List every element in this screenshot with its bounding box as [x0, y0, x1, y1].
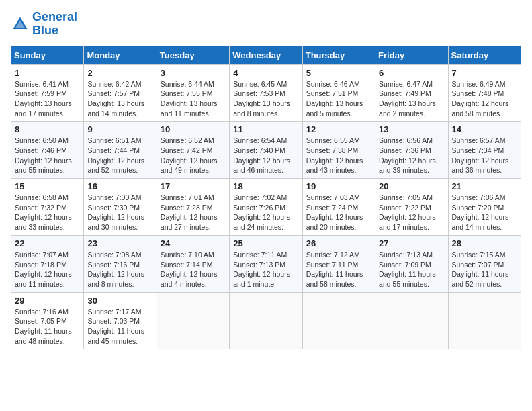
day-number: 14: [452, 124, 517, 134]
calendar-cell: 9 Sunrise: 6:51 AM Sunset: 7:44 PM Dayli…: [84, 122, 157, 179]
day-info: Sunrise: 6:54 AM Sunset: 7:40 PM Dayligh…: [233, 136, 298, 175]
calendar-cell: 6 Sunrise: 6:47 AM Sunset: 7:49 PM Dayli…: [375, 64, 448, 122]
logo: General Blue: [11, 11, 77, 38]
day-info: Sunrise: 6:45 AM Sunset: 7:53 PM Dayligh…: [233, 79, 298, 119]
day-info: Sunrise: 7:00 AM Sunset: 7:30 PM Dayligh…: [87, 193, 152, 232]
calendar-cell: 24 Sunrise: 7:10 AM Sunset: 7:14 PM Dayl…: [157, 235, 229, 292]
day-info: Sunrise: 7:13 AM Sunset: 7:09 PM Dayligh…: [379, 250, 444, 289]
day-number: 11: [233, 124, 298, 134]
weekday-header-thursday: Thursday: [302, 46, 375, 64]
day-info: Sunrise: 7:08 AM Sunset: 7:16 PM Dayligh…: [87, 250, 152, 289]
logo-icon: [11, 15, 30, 34]
calendar-cell: 18 Sunrise: 7:02 AM Sunset: 7:26 PM Dayl…: [230, 179, 302, 236]
calendar-cell: 7 Sunrise: 6:49 AM Sunset: 7:48 PM Dayli…: [448, 64, 521, 122]
day-number: 29: [15, 295, 80, 306]
day-info: Sunrise: 7:05 AM Sunset: 7:22 PM Dayligh…: [379, 193, 444, 232]
day-number: 27: [379, 238, 444, 248]
calendar-cell: 16 Sunrise: 7:00 AM Sunset: 7:30 PM Dayl…: [84, 179, 157, 236]
day-info: Sunrise: 7:12 AM Sunset: 7:11 PM Dayligh…: [306, 250, 371, 289]
weekday-header-saturday: Saturday: [448, 46, 521, 64]
day-number: 18: [233, 181, 298, 191]
calendar-cell: 20 Sunrise: 7:05 AM Sunset: 7:22 PM Dayl…: [375, 179, 448, 236]
day-number: 7: [452, 68, 517, 78]
calendar-header-row: SundayMondayTuesdayWednesdayThursdayFrid…: [11, 46, 521, 64]
calendar-cell: [448, 292, 521, 349]
day-info: Sunrise: 6:52 AM Sunset: 7:42 PM Dayligh…: [161, 136, 226, 175]
weekday-header-sunday: Sunday: [11, 46, 84, 64]
day-number: 13: [379, 124, 444, 134]
day-number: 12: [306, 124, 371, 134]
calendar-cell: 25 Sunrise: 7:11 AM Sunset: 7:13 PM Dayl…: [230, 235, 302, 292]
day-info: Sunrise: 7:11 AM Sunset: 7:13 PM Dayligh…: [233, 250, 298, 289]
day-number: 6: [379, 68, 444, 78]
weekday-header-tuesday: Tuesday: [157, 46, 229, 64]
calendar-cell: 23 Sunrise: 7:08 AM Sunset: 7:16 PM Dayl…: [84, 235, 157, 292]
day-number: 2: [87, 68, 152, 78]
day-number: 9: [87, 124, 152, 134]
day-number: 21: [452, 181, 517, 191]
day-info: Sunrise: 6:41 AM Sunset: 7:59 PM Dayligh…: [15, 79, 80, 119]
calendar-cell: 30 Sunrise: 7:17 AM Sunset: 7:03 PM Dayl…: [84, 292, 157, 349]
day-number: 15: [15, 181, 80, 191]
calendar-cell: 8 Sunrise: 6:50 AM Sunset: 7:46 PM Dayli…: [11, 122, 84, 179]
calendar-cell: 21 Sunrise: 7:06 AM Sunset: 7:20 PM Dayl…: [448, 179, 521, 236]
day-number: 26: [306, 238, 371, 248]
calendar-cell: [230, 292, 302, 349]
page-header: General Blue: [11, 11, 521, 38]
day-info: Sunrise: 6:44 AM Sunset: 7:55 PM Dayligh…: [161, 79, 226, 119]
day-number: 5: [306, 68, 371, 78]
weekday-header-wednesday: Wednesday: [230, 46, 302, 64]
calendar-cell: 13 Sunrise: 6:56 AM Sunset: 7:36 PM Dayl…: [375, 122, 448, 179]
day-info: Sunrise: 6:51 AM Sunset: 7:44 PM Dayligh…: [87, 136, 152, 175]
calendar-cell: [157, 292, 229, 349]
day-number: 16: [87, 181, 152, 191]
calendar-cell: 22 Sunrise: 7:07 AM Sunset: 7:18 PM Dayl…: [11, 235, 84, 292]
day-info: Sunrise: 6:46 AM Sunset: 7:51 PM Dayligh…: [306, 79, 371, 119]
day-info: Sunrise: 6:50 AM Sunset: 7:46 PM Dayligh…: [15, 136, 80, 175]
day-info: Sunrise: 6:49 AM Sunset: 7:48 PM Dayligh…: [452, 79, 517, 119]
calendar-cell: 4 Sunrise: 6:45 AM Sunset: 7:53 PM Dayli…: [230, 64, 302, 122]
day-info: Sunrise: 7:01 AM Sunset: 7:28 PM Dayligh…: [161, 193, 226, 232]
calendar-week-row: 22 Sunrise: 7:07 AM Sunset: 7:18 PM Dayl…: [11, 235, 521, 292]
calendar-cell: 27 Sunrise: 7:13 AM Sunset: 7:09 PM Dayl…: [375, 235, 448, 292]
day-number: 10: [161, 124, 226, 134]
day-info: Sunrise: 7:07 AM Sunset: 7:18 PM Dayligh…: [15, 250, 80, 289]
logo-text-line1: General: [32, 11, 77, 24]
day-info: Sunrise: 7:17 AM Sunset: 7:03 PM Dayligh…: [87, 307, 152, 347]
calendar-cell: 17 Sunrise: 7:01 AM Sunset: 7:28 PM Dayl…: [157, 179, 229, 236]
calendar-week-row: 1 Sunrise: 6:41 AM Sunset: 7:59 PM Dayli…: [11, 64, 521, 122]
calendar-cell: 2 Sunrise: 6:42 AM Sunset: 7:57 PM Dayli…: [84, 64, 157, 122]
calendar-cell: 19 Sunrise: 7:03 AM Sunset: 7:24 PM Dayl…: [302, 179, 375, 236]
calendar-week-row: 15 Sunrise: 6:58 AM Sunset: 7:32 PM Dayl…: [11, 179, 521, 236]
day-info: Sunrise: 7:06 AM Sunset: 7:20 PM Dayligh…: [452, 193, 517, 232]
day-number: 20: [379, 181, 444, 191]
calendar-cell: 15 Sunrise: 6:58 AM Sunset: 7:32 PM Dayl…: [11, 179, 84, 236]
day-number: 3: [161, 68, 226, 78]
day-number: 19: [306, 181, 371, 191]
day-info: Sunrise: 7:16 AM Sunset: 7:05 PM Dayligh…: [15, 307, 80, 347]
calendar-cell: 26 Sunrise: 7:12 AM Sunset: 7:11 PM Dayl…: [302, 235, 375, 292]
day-info: Sunrise: 6:47 AM Sunset: 7:49 PM Dayligh…: [379, 79, 444, 119]
day-number: 4: [233, 68, 298, 78]
day-info: Sunrise: 6:56 AM Sunset: 7:36 PM Dayligh…: [379, 136, 444, 175]
calendar-cell: 10 Sunrise: 6:52 AM Sunset: 7:42 PM Dayl…: [157, 122, 229, 179]
calendar-cell: 29 Sunrise: 7:16 AM Sunset: 7:05 PM Dayl…: [11, 292, 84, 349]
calendar-cell: 5 Sunrise: 6:46 AM Sunset: 7:51 PM Dayli…: [302, 64, 375, 122]
day-info: Sunrise: 6:55 AM Sunset: 7:38 PM Dayligh…: [306, 136, 371, 175]
calendar-cell: 28 Sunrise: 7:15 AM Sunset: 7:07 PM Dayl…: [448, 235, 521, 292]
logo-text-line2: Blue: [32, 24, 77, 38]
day-info: Sunrise: 7:02 AM Sunset: 7:26 PM Dayligh…: [233, 193, 298, 232]
day-number: 25: [233, 238, 298, 248]
day-info: Sunrise: 6:42 AM Sunset: 7:57 PM Dayligh…: [87, 79, 152, 119]
day-number: 30: [87, 295, 152, 306]
day-info: Sunrise: 6:58 AM Sunset: 7:32 PM Dayligh…: [15, 193, 80, 232]
calendar-cell: [375, 292, 448, 349]
calendar-week-row: 29 Sunrise: 7:16 AM Sunset: 7:05 PM Dayl…: [11, 292, 521, 349]
calendar-cell: 11 Sunrise: 6:54 AM Sunset: 7:40 PM Dayl…: [230, 122, 302, 179]
weekday-header-friday: Friday: [375, 46, 448, 64]
day-number: 1: [15, 68, 80, 78]
day-number: 17: [161, 181, 226, 191]
day-info: Sunrise: 7:15 AM Sunset: 7:07 PM Dayligh…: [452, 250, 517, 289]
calendar-cell: 14 Sunrise: 6:57 AM Sunset: 7:34 PM Dayl…: [448, 122, 521, 179]
calendar-cell: 12 Sunrise: 6:55 AM Sunset: 7:38 PM Dayl…: [302, 122, 375, 179]
